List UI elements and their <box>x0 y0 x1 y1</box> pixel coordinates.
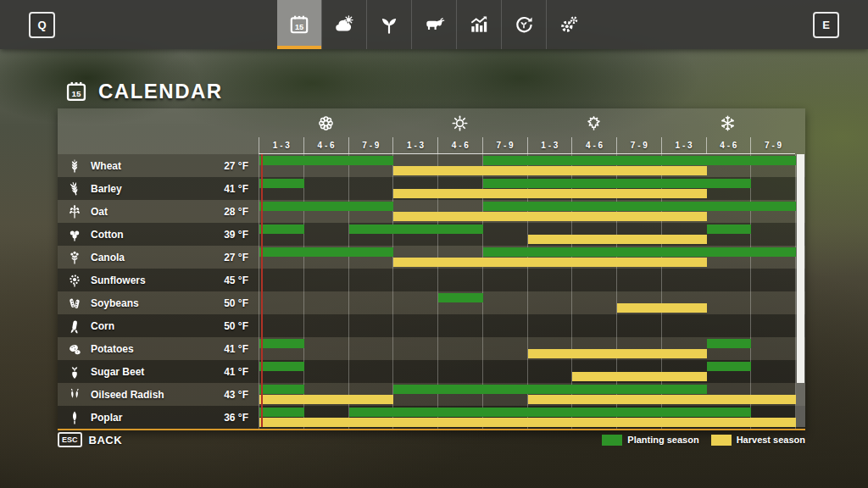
crop-name: Cotton <box>91 229 124 241</box>
crop-season-bars <box>259 223 796 246</box>
crop-min-temp: 41 °F <box>224 366 259 378</box>
crop-min-temp: 43 °F <box>224 389 259 401</box>
harvest-bar <box>617 303 707 313</box>
calendar-row[interactable]: Cotton39 °F <box>58 223 805 246</box>
harvest-bar <box>393 258 706 267</box>
harvest-bar <box>528 395 797 404</box>
planting-bar <box>259 156 393 165</box>
planting-bar <box>707 362 752 371</box>
scrollbar-thumb[interactable] <box>797 154 804 383</box>
legend-swatch <box>711 435 732 446</box>
planting-bar <box>349 408 752 417</box>
scrollbar-track[interactable] <box>796 154 805 427</box>
crops-icon <box>378 14 400 36</box>
soybeans-icon <box>66 296 83 311</box>
harvest-bar <box>528 235 707 244</box>
corn-icon <box>66 319 83 334</box>
key-hint-e[interactable]: E <box>813 12 839 38</box>
planting-bar <box>483 202 796 211</box>
tab-calendar[interactable]: 15 <box>277 0 321 49</box>
tab-production[interactable] <box>501 0 546 49</box>
planting-bar <box>483 156 796 165</box>
crop-label-cell: Poplar36 °F <box>58 406 259 429</box>
crop-label-cell: Sugar Beet41 °F <box>58 360 259 383</box>
calendar-row[interactable]: Canola27 °F <box>58 246 805 269</box>
planting-bar <box>707 339 752 348</box>
calendar-row[interactable]: Corn50 °F <box>58 314 805 337</box>
crop-min-temp: 45 °F <box>224 274 259 286</box>
crop-season-bars <box>259 269 796 291</box>
calendar-row[interactable]: Oat28 °F <box>58 200 805 223</box>
crop-name: Potatoes <box>91 343 134 355</box>
sun-icon <box>450 114 470 133</box>
period-label: 1 - 3 <box>661 137 706 153</box>
calendar-row[interactable]: Wheat27 °F <box>58 154 805 177</box>
period-label: 4 - 6 <box>706 137 751 153</box>
crop-label-cell: Canola27 °F <box>58 246 259 269</box>
cotton-icon <box>66 227 83 242</box>
legend-label: Planting season <box>627 435 698 445</box>
crop-season-bars <box>259 177 796 200</box>
planting-bar <box>259 202 393 211</box>
period-label: 7 - 9 <box>482 137 527 153</box>
planting-bar <box>259 247 393 257</box>
calendar-header: 1 - 34 - 67 - 91 - 34 - 67 - 91 - 34 - 6… <box>58 108 805 154</box>
calendar-row[interactable]: Potatoes41 °F <box>58 337 805 360</box>
calendar-row[interactable]: Soybeans50 °F <box>58 291 805 314</box>
crop-label-cell: Sunflowers45 °F <box>58 269 259 291</box>
back-button[interactable]: BACK <box>89 434 123 446</box>
calendar-row[interactable]: Barley41 °F <box>58 177 805 200</box>
poplar-icon <box>66 410 83 425</box>
tab-settings[interactable] <box>546 0 591 49</box>
calendar-icon: 15 <box>64 80 88 103</box>
tab-crops[interactable] <box>366 0 411 49</box>
sunflower-icon <box>66 273 83 288</box>
canola-icon <box>66 250 83 265</box>
legend-item: Harvest season <box>711 435 805 446</box>
tab-weather[interactable] <box>321 0 366 49</box>
crop-name: Soybeans <box>91 297 139 309</box>
crop-min-temp: 27 °F <box>224 252 259 263</box>
snowflake-icon <box>718 114 737 133</box>
key-hint-esc[interactable]: ESC <box>58 432 82 447</box>
calendar-row[interactable]: Sunflowers45 °F <box>58 269 805 291</box>
topbar-tabs: 15 <box>277 0 591 49</box>
crop-name: Sugar Beet <box>91 366 144 378</box>
crop-label-cell: Cotton39 °F <box>58 223 259 246</box>
legend-swatch <box>602 435 622 446</box>
tab-finances[interactable] <box>456 0 501 49</box>
planting-bar <box>259 408 304 417</box>
crop-name: Wheat <box>91 160 121 172</box>
planting-bar <box>483 179 752 188</box>
wheat-icon <box>66 158 83 174</box>
crop-season-bars <box>259 200 796 223</box>
crop-label-cell: Oilseed Radish43 °F <box>58 383 259 406</box>
footer-bar: ESC BACK Planting seasonHarvest season <box>58 432 805 447</box>
crop-min-temp: 36 °F <box>224 412 259 424</box>
planting-bar <box>259 179 304 188</box>
planting-bar <box>259 362 304 371</box>
key-hint-q[interactable]: Q <box>29 12 55 38</box>
crop-name: Barley <box>91 183 122 195</box>
crop-name: Sunflowers <box>91 274 146 286</box>
crop-min-temp: 39 °F <box>224 229 259 241</box>
tab-animals[interactable] <box>411 0 456 49</box>
potatoes-icon <box>66 341 83 357</box>
calendar-row[interactable]: Sugar Beet41 °F <box>58 360 805 383</box>
calendar-row[interactable]: Oilseed Radish43 °F <box>58 383 805 406</box>
crop-label-cell: Wheat27 °F <box>58 154 259 177</box>
barley-icon <box>66 181 83 197</box>
planting-bar <box>259 339 304 348</box>
planting-bar <box>483 247 796 257</box>
finances-icon <box>468 14 490 36</box>
crop-name: Oat <box>91 206 108 218</box>
crop-label-cell: Corn50 °F <box>58 314 259 337</box>
planting-bar <box>393 385 706 394</box>
harvest-bar <box>259 418 796 427</box>
harvest-bar <box>393 189 706 198</box>
crop-min-temp: 41 °F <box>224 343 259 355</box>
flower-icon <box>316 114 336 133</box>
calendar-row[interactable]: Poplar36 °F <box>58 406 805 429</box>
harvest-bar <box>393 212 706 221</box>
period-label: 4 - 6 <box>437 137 482 153</box>
